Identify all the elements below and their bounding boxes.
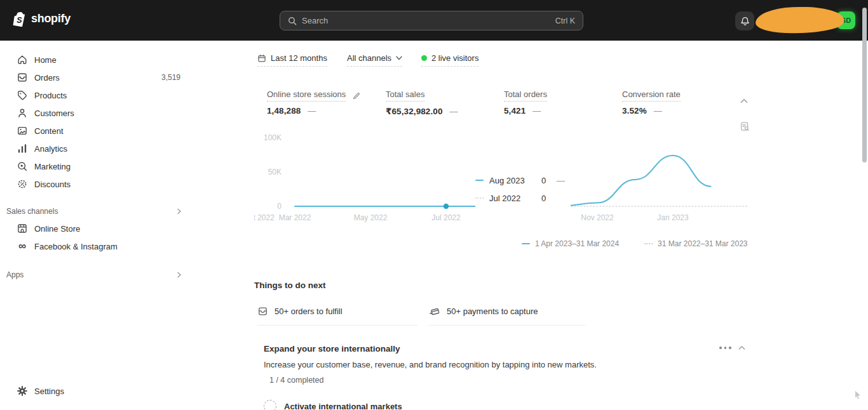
legend-item-current[interactable]: 1 Apr 2023–31 Mar 2024 bbox=[522, 239, 619, 248]
calendar-icon bbox=[257, 54, 266, 63]
channel-label: All channels bbox=[347, 53, 391, 63]
pencil-icon[interactable] bbox=[352, 91, 361, 100]
svg-text:Mar 2022: Mar 2022 bbox=[279, 213, 311, 222]
person-icon bbox=[17, 107, 28, 119]
live-visitors-indicator[interactable]: 2 live visitors bbox=[421, 53, 478, 67]
expand-card-title: Expand your store internationally bbox=[264, 344, 400, 354]
svg-text:0: 0 bbox=[277, 202, 281, 211]
target-icon bbox=[17, 161, 28, 172]
task-activate-international-markets[interactable]: Activate international markets bbox=[264, 400, 402, 410]
metric-conversion-rate: Conversion rate 3.52% — bbox=[622, 89, 681, 116]
chart-tooltip: Aug 2023 0 — Jul 2022 0 bbox=[475, 171, 571, 209]
todo-orders-to-fulfill[interactable]: 50+ orders to fulfill bbox=[257, 306, 417, 326]
chevron-right-icon bbox=[177, 272, 182, 278]
series-solid-marker-icon bbox=[475, 180, 484, 181]
tag-icon bbox=[17, 89, 28, 101]
payment-icon bbox=[429, 306, 440, 317]
expand-card-description: Increase your customer base, revenue, an… bbox=[264, 360, 597, 369]
chevron-right-icon bbox=[177, 208, 182, 215]
svg-text:Nov 2022: Nov 2022 bbox=[581, 213, 614, 222]
svg-text:Jan 2023: Jan 2023 bbox=[657, 213, 689, 222]
gear-icon bbox=[17, 385, 28, 397]
topbar: S shopify Search Ctrl K SD bbox=[0, 0, 868, 41]
mouse-cursor bbox=[855, 391, 862, 400]
date-range-filter[interactable]: Last 12 months bbox=[257, 53, 327, 67]
bell-icon bbox=[740, 16, 750, 27]
brand-wordmark: shopify bbox=[31, 12, 71, 25]
store-name-redaction-blob bbox=[755, 6, 844, 34]
search-placeholder: Search bbox=[302, 16, 550, 25]
svg-text:Jul 2022: Jul 2022 bbox=[431, 213, 461, 222]
sidebar-nav: Home Orders 3,519 Products Customers bbox=[0, 41, 191, 410]
svg-text:May 2022: May 2022 bbox=[354, 213, 388, 222]
sidebar-item-facebook-instagram[interactable]: ∞ Facebook & Instagram bbox=[0, 237, 191, 255]
sidebar-item-discounts[interactable]: Discounts bbox=[0, 175, 191, 193]
tooltip-row: Jul 2022 0 bbox=[475, 189, 571, 207]
meta-icon: ∞ bbox=[17, 242, 28, 251]
sales-channels-header[interactable]: Sales channels bbox=[0, 203, 191, 220]
sidebar-item-analytics[interactable]: Analytics bbox=[0, 140, 191, 157]
search-shortcut: Ctrl K bbox=[555, 17, 575, 25]
search-input[interactable]: Search Ctrl K bbox=[280, 11, 583, 30]
sidebar-item-customers[interactable]: Customers bbox=[0, 104, 191, 122]
card-overflow-menu-button[interactable] bbox=[719, 347, 731, 349]
series-solid-marker-icon bbox=[522, 243, 530, 244]
metric-total-orders: Total orders 5,421 — bbox=[504, 89, 547, 116]
home-icon bbox=[17, 54, 28, 65]
svg-text:Sept 2022: Sept 2022 bbox=[254, 213, 275, 222]
todo-heading: Things to do next bbox=[254, 281, 326, 290]
todo-payments-to-capture[interactable]: 50+ payments to capture bbox=[429, 306, 585, 326]
discount-badge-icon bbox=[17, 178, 28, 190]
vertical-scrollbar[interactable] bbox=[862, 8, 867, 162]
chevron-down-icon bbox=[396, 56, 402, 60]
expand-card-progress: 1 / 4 completed bbox=[269, 376, 323, 385]
series-dotted-marker-icon bbox=[475, 197, 484, 199]
orders-icon bbox=[257, 306, 268, 317]
orders-count-badge: 3,519 bbox=[161, 73, 180, 82]
series-dotted-marker-icon bbox=[644, 243, 653, 244]
sidebar-item-orders[interactable]: Orders 3,519 bbox=[0, 69, 191, 86]
sidebar-item-online-store[interactable]: Online Store bbox=[0, 220, 191, 237]
card-collapse-button[interactable] bbox=[738, 345, 745, 350]
sidebar-item-products[interactable]: Products bbox=[0, 86, 191, 104]
metric-online-store-sessions: Online store sessions 1,48,288 — bbox=[267, 89, 361, 116]
search-icon bbox=[288, 17, 297, 25]
sidebar-item-content[interactable]: Content bbox=[0, 122, 191, 140]
chevron-up-icon bbox=[740, 98, 748, 103]
legend-item-previous[interactable]: 31 Mar 2022–31 Mar 2023 bbox=[644, 239, 747, 248]
live-dot-icon bbox=[421, 55, 427, 61]
sidebar-item-settings[interactable]: Settings bbox=[0, 382, 147, 400]
storefront-icon bbox=[17, 223, 28, 234]
chart-legend: 1 Apr 2023–31 Mar 2024 31 Mar 2022–31 Ma… bbox=[522, 239, 748, 248]
task-incomplete-circle-icon[interactable] bbox=[264, 400, 276, 410]
collapse-metrics-button[interactable] bbox=[740, 98, 748, 103]
date-range-label: Last 12 months bbox=[271, 53, 327, 63]
tooltip-row: Aug 2023 0 — bbox=[475, 171, 571, 189]
sidebar-item-marketing[interactable]: Marketing bbox=[0, 157, 191, 175]
orders-icon bbox=[17, 72, 28, 83]
svg-text:100K: 100K bbox=[264, 133, 281, 142]
sidebar-item-home[interactable]: Home bbox=[0, 51, 191, 69]
svg-text:S: S bbox=[17, 16, 22, 25]
bar-chart-icon bbox=[17, 143, 28, 154]
shopify-bag-icon: S bbox=[11, 11, 27, 27]
chevron-up-icon bbox=[738, 345, 745, 350]
metric-total-sales: Total sales ₹65,32,982.00 — bbox=[386, 89, 458, 116]
apps-header[interactable]: Apps bbox=[0, 267, 191, 283]
svg-text:50K: 50K bbox=[268, 168, 281, 176]
image-icon bbox=[17, 125, 28, 136]
channel-filter[interactable]: All channels bbox=[347, 53, 402, 67]
shopify-logo[interactable]: S shopify bbox=[11, 11, 71, 27]
shopify-admin-dashboard: S shopify Search Ctrl K SD bbox=[0, 0, 868, 410]
notifications-button[interactable] bbox=[735, 11, 754, 30]
live-visitors-label: 2 live visitors bbox=[431, 53, 478, 63]
